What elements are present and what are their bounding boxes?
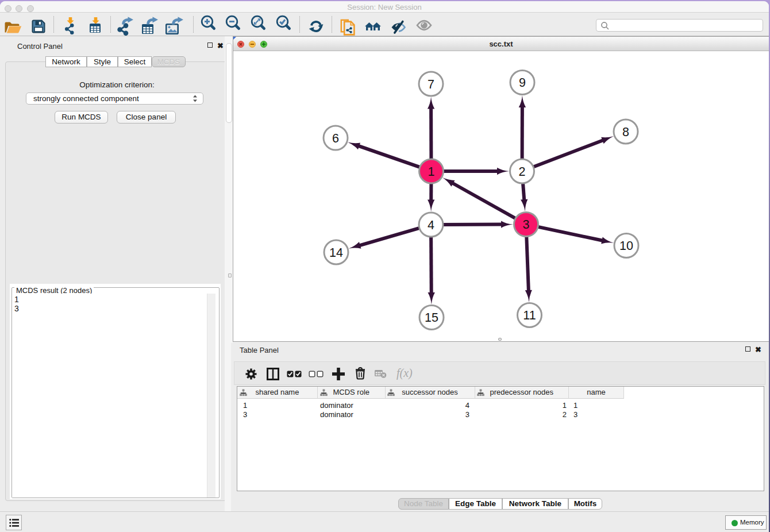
svg-text:15: 15 <box>425 311 438 325</box>
svg-text:9: 9 <box>519 76 526 90</box>
svg-text:3: 3 <box>523 218 530 232</box>
svg-text:10: 10 <box>619 239 633 253</box>
svg-text:8: 8 <box>622 125 629 139</box>
svg-text:14: 14 <box>329 246 343 260</box>
svg-text:6: 6 <box>332 132 339 145</box>
svg-text:1: 1 <box>428 165 435 179</box>
svg-text:2: 2 <box>519 165 526 179</box>
svg-text:11: 11 <box>523 309 536 322</box>
svg-text:7: 7 <box>428 78 434 91</box>
svg-text:4: 4 <box>428 218 434 232</box>
